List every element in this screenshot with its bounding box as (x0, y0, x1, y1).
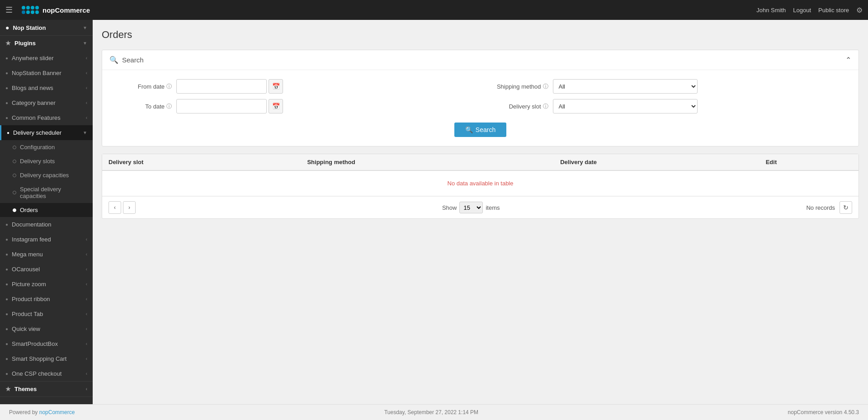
dot-icon: ● (5, 237, 8, 242)
chevron-down-icon: ▼ (83, 41, 87, 46)
sidebar-item-orders[interactable]: Orders (0, 203, 93, 217)
powered-by-link[interactable]: nopCommerce (39, 409, 75, 415)
search-panel: 🔍 Search ⌃ From date ⓘ (102, 50, 859, 146)
search-btn-icon: 🔍 (465, 126, 473, 133)
sidebar-item-ocarousel[interactable]: ● OCarousel ‹ (0, 262, 93, 277)
logo-text: nopCommerce (42, 6, 90, 14)
chevron-right-icon: ‹ (86, 311, 87, 316)
sidebar-item-nop-station[interactable]: ● Nop Station ▼ (0, 20, 93, 35)
delivery-slot-label: Delivery slot ⓘ (490, 103, 548, 110)
sidebar-item-plugins[interactable]: ★ Plugins ▼ (0, 36, 93, 51)
sidebar-item-instagram-feed[interactable]: ● Instagram feed ‹ (0, 232, 93, 247)
form-grid: From date ⓘ 📅 To date (113, 79, 848, 113)
to-date-help-icon[interactable]: ⓘ (166, 103, 172, 110)
sidebar-item-delivery-slots[interactable]: Delivery slots (0, 154, 93, 168)
sidebar-item-category-banner[interactable]: ● Category banner ‹ (0, 95, 93, 110)
from-date-help-icon[interactable]: ⓘ (166, 83, 172, 90)
sidebar-item-one-csp-checkout[interactable]: ● One CSP checkout ‹ (0, 366, 93, 381)
sidebar-item-themes[interactable]: ★ Themes ‹ (0, 382, 93, 396)
to-date-row: To date ⓘ 📅 (113, 99, 472, 113)
settings-icon[interactable]: ⚙ (856, 6, 863, 14)
public-store-link[interactable]: Public store (818, 7, 849, 14)
chevron-right-icon: ‹ (86, 252, 87, 257)
from-date-label: From date ⓘ (113, 83, 172, 90)
shipping-method-select[interactable]: All (553, 79, 698, 94)
search-panel-header[interactable]: 🔍 Search ⌃ (102, 50, 859, 70)
delivery-slot-select[interactable]: All (553, 99, 698, 113)
sidebar-item-anywhere-slider[interactable]: ● Anywhere slider ‹ (0, 51, 93, 66)
logout-link[interactable]: Logout (793, 7, 811, 14)
search-btn-row: 🔍 Search (113, 123, 848, 137)
sidebar-item-product-ribbon[interactable]: ● Product ribbon ‹ (0, 292, 93, 307)
footer-version: nopCommerce version 4.50.3 (788, 409, 859, 415)
chevron-right-icon: ‹ (86, 297, 87, 302)
sidebar-item-quick-view[interactable]: ● Quick view ‹ (0, 321, 93, 336)
chevron-right-icon: ‹ (86, 371, 87, 376)
search-title-text: Search (122, 56, 144, 64)
sidebar-item-common-features[interactable]: ● Common Features ‹ (0, 110, 93, 125)
from-date-calendar-button[interactable]: 📅 (269, 79, 283, 94)
dot-icon: ● (7, 130, 9, 135)
dot-icon: ● (5, 252, 8, 257)
refresh-button[interactable]: ↻ (840, 201, 852, 214)
themes-label: Themes (14, 386, 37, 392)
dot-icon: ● (5, 371, 8, 376)
table-right-info: No records ↻ (806, 201, 852, 214)
to-date-calendar-button[interactable]: 📅 (269, 99, 283, 113)
table-header-row: Delivery slot Shipping method Delivery d… (102, 154, 859, 170)
sidebar-item-smart-shopping-cart[interactable]: ● Smart Shopping Cart ‹ (0, 351, 93, 366)
star-icon: ★ (5, 40, 11, 47)
hamburger-icon[interactable]: ☰ (5, 5, 13, 15)
to-date-input-wrapper: 📅 (176, 99, 472, 113)
footer-datetime: Tuesday, September 27, 2022 1:14 PM (384, 409, 478, 415)
search-button[interactable]: 🔍 Search (454, 123, 506, 137)
top-navbar: ☰ nopCommerce John Smith Logout Public s… (0, 0, 868, 20)
sidebar-item-mega-menu[interactable]: ● Mega menu ‹ (0, 247, 93, 262)
sidebar-item-special-delivery-capacities[interactable]: Special delivery capacities (0, 182, 93, 203)
sidebar-item-configuration[interactable]: Configuration (0, 140, 93, 154)
to-date-input[interactable] (176, 99, 267, 113)
sidebar-item-product-tab[interactable]: ● Product Tab ‹ (0, 307, 93, 321)
chevron-right-icon: ‹ (86, 267, 87, 272)
sidebar-item-documentation[interactable]: ● Documentation (0, 217, 93, 232)
right-form-col: Shipping method ⓘ All Delivery slot ⓘ (490, 79, 848, 113)
col-delivery-date: Delivery date (554, 154, 760, 170)
sidebar-item-smart-product-box[interactable]: ● SmartProductBox ‹ (0, 336, 93, 351)
chevron-right-icon: ‹ (86, 356, 87, 361)
items-label: items (486, 204, 500, 211)
themes-section: ★ Themes ‹ (0, 382, 93, 397)
page-footer: Powered by nopCommerce Tuesday, Septembe… (0, 404, 868, 420)
sidebar-item-picture-zoom[interactable]: ● Picture zoom ‹ (0, 277, 93, 292)
dot-icon: ● (5, 311, 8, 316)
collapse-icon[interactable]: ⌃ (845, 56, 851, 64)
sidebar-item-delivery-scheduler[interactable]: ● Delivery scheduler ▼ (0, 125, 93, 140)
sidebar-item-blogs-and-news[interactable]: ● Blogs and news ‹ (0, 80, 93, 95)
logo-area: ☰ nopCommerce (5, 5, 756, 15)
dot-icon: ● (5, 85, 8, 90)
col-shipping-method: Shipping method (301, 154, 554, 170)
from-date-input[interactable] (176, 79, 267, 94)
main-layout: ● Nop Station ▼ ★ Plugins ▼ ● Anywhere s… (0, 20, 868, 404)
next-page-button[interactable]: › (123, 201, 136, 214)
items-per-page-select[interactable]: 15 25 50 100 (459, 202, 483, 213)
top-nav-right: John Smith Logout Public store ⚙ (756, 6, 863, 14)
dot-icon: ● (5, 56, 8, 61)
nop-station-section: ● Nop Station ▼ (0, 20, 93, 36)
table-panel: Delivery slot Shipping method Delivery d… (102, 154, 859, 219)
no-records-label: No records (806, 204, 835, 211)
prev-page-button[interactable]: ‹ (108, 201, 121, 214)
chevron-right-icon: ‹ (86, 115, 87, 120)
sidebar-item-nopstation-banner[interactable]: ● NopStation Banner ‹ (0, 66, 93, 80)
search-panel-body: From date ⓘ 📅 To date (102, 70, 859, 146)
chevron-right-icon: ‹ (86, 85, 87, 90)
chevron-right-icon: ‹ (86, 100, 87, 105)
delivery-slot-help-icon[interactable]: ⓘ (543, 103, 548, 110)
dot-icon: ● (5, 222, 8, 227)
to-date-label: To date ⓘ (113, 103, 172, 110)
dot-icon: ● (5, 71, 8, 76)
from-date-row: From date ⓘ 📅 (113, 79, 472, 94)
dot-icon: ● (5, 267, 8, 272)
sidebar-item-delivery-capacities[interactable]: Delivery capacities (0, 168, 93, 182)
shipping-method-help-icon[interactable]: ⓘ (543, 83, 548, 90)
dot-small-icon (13, 191, 16, 194)
